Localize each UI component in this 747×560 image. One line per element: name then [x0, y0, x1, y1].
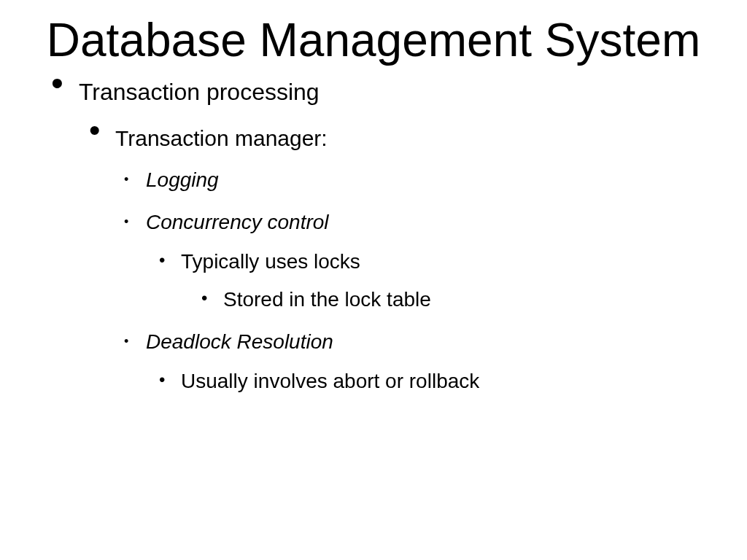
slide-title: Database Management System	[0, 0, 747, 66]
bullet-text: Typically uses locks	[181, 250, 360, 273]
list-item: Typically uses locks Stored in the lock …	[159, 250, 747, 311]
list-item: Deadlock Resolution Usually involves abo…	[120, 330, 747, 393]
slide-body: Transaction processing Transaction manag…	[0, 66, 747, 393]
bullet-list-level-4: Usually involves abort or rollback	[159, 370, 747, 393]
bullet-list-level-1: Transaction processing Transaction manag…	[51, 79, 747, 393]
bullet-text: Stored in the lock table	[223, 288, 431, 311]
bullet-text: Transaction manager:	[115, 126, 328, 150]
slide: Database Management System Transaction p…	[0, 0, 747, 560]
bullet-text: Logging	[146, 168, 219, 191]
list-item: Concurrency control Typically uses locks…	[120, 211, 747, 311]
bullet-list-level-4: Typically uses locks Stored in the lock …	[159, 250, 747, 311]
bullet-list-level-5: Stored in the lock table	[201, 288, 747, 311]
list-item: Stored in the lock table	[201, 288, 747, 311]
bullet-list-level-3: Logging Concurrency control Typically us…	[120, 168, 747, 393]
bullet-list-level-2: Transaction manager: Logging Concurrency…	[89, 126, 747, 393]
bullet-text: Usually involves abort or rollback	[181, 370, 479, 392]
bullet-text: Transaction processing	[79, 79, 320, 105]
bullet-text: Deadlock Resolution	[146, 330, 333, 353]
list-item: Usually involves abort or rollback	[159, 370, 747, 393]
list-item: Transaction manager: Logging Concurrency…	[89, 126, 747, 393]
bullet-text: Concurrency control	[146, 211, 329, 233]
list-item: Transaction processing Transaction manag…	[51, 79, 747, 393]
list-item: Logging	[120, 168, 747, 192]
